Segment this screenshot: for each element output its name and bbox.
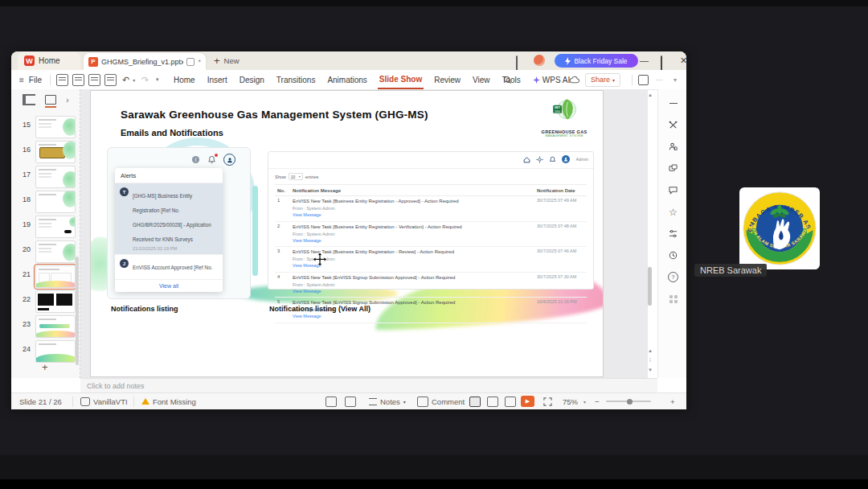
entries-select[interactable]: 10▾ — [289, 173, 303, 180]
thumbnail-row-22[interactable]: 22 — [11, 289, 80, 314]
thumbnail-row-23[interactable]: 23 — [11, 314, 80, 339]
tab-document[interactable]: P GHGMS_Briefing_v1.pptx * — [84, 53, 206, 70]
share-button[interactable]: Share▾ — [585, 70, 620, 89]
menu-animations[interactable]: Animations — [326, 76, 368, 84]
thumbnail-row-21-selected[interactable]: 21 — [11, 264, 80, 289]
close-button[interactable]: ✕ — [680, 56, 687, 65]
slide-sorter-view-button[interactable] — [487, 393, 498, 409]
normal-view-button[interactable] — [469, 393, 481, 409]
slide-thumbnail[interactable] — [35, 216, 76, 238]
view-message-link[interactable]: View Message — [293, 237, 537, 244]
view-message-link[interactable]: View Message — [293, 288, 537, 294]
slide-thumbnail-selected[interactable] — [35, 265, 76, 288]
theme-button[interactable]: VanillaVTI — [80, 393, 128, 409]
scroll-up-button[interactable]: ▴ — [646, 92, 654, 97]
print-preview-button[interactable] — [104, 70, 117, 89]
view-message-link[interactable]: View Message — [293, 313, 537, 319]
alert-item[interactable]: T [GHG-MS] Business Entity Registration … — [115, 183, 223, 255]
fullscreen-button[interactable] — [543, 393, 552, 409]
collapse-rail-icon[interactable] — [668, 98, 678, 109]
zoom-chevron-icon[interactable]: ▾ — [583, 393, 586, 409]
zoom-level[interactable]: 75% — [563, 393, 578, 409]
table-row[interactable]: 2 EnVISS New Task [Business Entity Regis… — [275, 222, 587, 248]
thumbnail-row-24[interactable]: 24 — [11, 339, 80, 364]
previous-slide-button[interactable]: ▴ — [646, 347, 654, 353]
zoom-slider-handle[interactable] — [627, 399, 633, 405]
menu-review[interactable]: Review — [432, 76, 462, 84]
slide-thumbnail[interactable] — [35, 191, 76, 213]
history-clock-icon[interactable] — [668, 250, 678, 261]
slideshow-play-button[interactable]: ▶ — [521, 393, 534, 409]
resume-assistant-icon[interactable] — [668, 142, 678, 152]
slide-thumbnail[interactable] — [35, 240, 76, 263]
fit-page-icon[interactable] — [345, 393, 356, 409]
font-missing-warning[interactable]: Font Missing — [141, 393, 196, 409]
menu-transitions[interactable]: Transitions — [275, 76, 317, 84]
slide-thumbnail[interactable] — [35, 116, 76, 138]
slide-thumbnail[interactable] — [35, 315, 76, 338]
redo-button[interactable]: ↷ — [141, 70, 149, 89]
tab-window-icon[interactable] — [186, 58, 194, 66]
add-slide-button[interactable]: + — [42, 361, 48, 373]
thumbnail-row-19[interactable]: 19 — [11, 214, 80, 239]
editor-scrollbar[interactable] — [648, 267, 652, 306]
quick-access-more-button[interactable]: ▾ — [156, 70, 159, 89]
chevron-right-icon[interactable]: › — [66, 96, 68, 105]
zoom-out-button[interactable]: − — [595, 393, 600, 409]
menu-design[interactable]: Design — [238, 76, 266, 84]
slide-thumbnail[interactable] — [35, 141, 76, 163]
black-friday-sale-button[interactable]: Black Friday Sale — [555, 54, 638, 68]
help-icon[interactable]: ? — [668, 272, 678, 282]
slide-view-icon[interactable] — [45, 95, 56, 105]
slide-thumbnail[interactable] — [35, 340, 76, 363]
task-window-button[interactable] — [638, 70, 649, 89]
table-row[interactable]: 4 EnVISS New Task [EnVISS Signup Submiss… — [275, 273, 587, 298]
more-button[interactable]: ··· — [656, 70, 663, 89]
single-page-icon[interactable] — [326, 393, 337, 409]
outline-view-icon[interactable] — [23, 94, 35, 105]
slide-thumbnail[interactable] — [35, 166, 76, 188]
favorites-star-icon[interactable]: ☆ — [668, 207, 678, 217]
slide-nav-button[interactable]: ⁞ — [646, 357, 654, 363]
fix-tools-icon[interactable] — [668, 120, 678, 130]
thumbnail-row-15[interactable]: 15 — [11, 114, 80, 139]
notes-area[interactable]: Click to add notes — [80, 378, 657, 392]
menu-home[interactable]: Home — [172, 76, 197, 84]
slide-thumbnail[interactable] — [35, 290, 76, 313]
slide-canvas[interactable]: Sarawak Greenhouse Gas Management System… — [91, 91, 603, 376]
tab-home[interactable]: W Home — [18, 51, 80, 70]
export-button[interactable] — [72, 70, 84, 89]
account-avatar[interactable] — [534, 55, 545, 66]
view-message-link[interactable]: View Message — [293, 212, 537, 218]
next-slide-button[interactable]: ▾ — [646, 367, 654, 372]
save-button[interactable] — [56, 70, 68, 89]
comment-button[interactable]: Comment — [417, 393, 465, 409]
view-all-link[interactable]: View all — [115, 279, 223, 292]
thumbnail-row-16[interactable]: 16 — [11, 139, 80, 164]
settings-sliders-icon[interactable] — [668, 228, 678, 239]
undo-button[interactable]: ↶ ▾ — [122, 70, 135, 89]
search-button[interactable] — [503, 70, 512, 89]
menu-view[interactable]: View — [471, 76, 492, 84]
menu-wps-ai[interactable]: WPS AI — [531, 76, 571, 84]
apps-grid-icon[interactable] — [668, 294, 678, 304]
zoom-slider[interactable] — [606, 393, 651, 409]
tab-layout-icon[interactable] — [516, 56, 518, 71]
thumbnail-row-20[interactable]: 20 — [11, 239, 80, 264]
table-row[interactable]: 1 EnVISS New Task [Business Entity Regis… — [275, 196, 587, 222]
collapse-ribbon-button[interactable]: ▾ — [674, 70, 677, 89]
thumbnail-scrollbar[interactable] — [76, 257, 79, 365]
reading-view-button[interactable] — [505, 393, 516, 409]
file-menu[interactable]: ≡ File — [19, 70, 43, 89]
print-button[interactable] — [88, 70, 100, 89]
zoom-in-button[interactable]: + — [670, 393, 675, 409]
notes-toggle[interactable]: Notes ▾ — [369, 393, 406, 409]
minimize-button[interactable]: — — [640, 56, 649, 65]
restore-button[interactable] — [661, 56, 662, 71]
cloud-sync-button[interactable] — [569, 70, 579, 89]
thumbnail-row-17[interactable]: 17 — [11, 164, 80, 189]
menu-slide-show[interactable]: Slide Show — [378, 71, 424, 89]
shapes-icon[interactable] — [668, 163, 678, 174]
thumbnail-row-18[interactable]: 18 — [11, 189, 80, 214]
comment-panel-icon[interactable] — [668, 185, 678, 195]
